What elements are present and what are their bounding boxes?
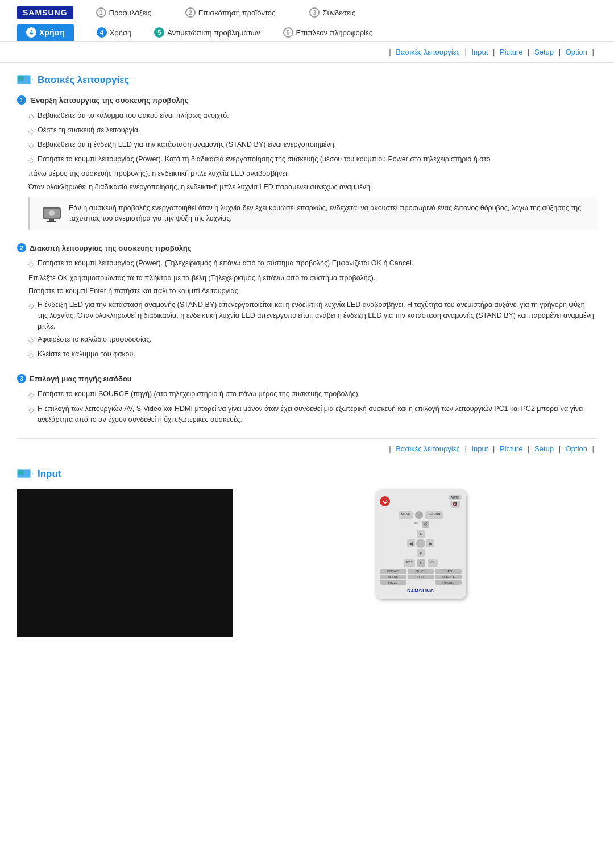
extra-text-1: πάνω μέρος της συσκευής προβολής), η ενδ… xyxy=(17,168,597,179)
diamond-icon: ◇ xyxy=(28,140,34,151)
power-button[interactable]: ⏻ xyxy=(380,496,390,506)
list-item-1-1: ◇ Βεβαιωθείτε ότι το κάλυμμα του φακού ε… xyxy=(17,110,597,122)
remote-container: ⏻ AUTO 🔇 MENU RETURN ≡≡ ↺ xyxy=(244,489,597,637)
bullet-2: 2 xyxy=(17,243,26,252)
list-text-3-2: Η επιλογή των λειτουργιών AV, S-Video κα… xyxy=(38,404,597,425)
psize-button[interactable]: P.SIZE xyxy=(380,580,406,585)
nav-item-6[interactable]: 6 Επιπλέον πληροφορίες xyxy=(283,27,372,38)
quick-button[interactable]: QUICK xyxy=(408,569,434,574)
diamond-icon: ◇ xyxy=(28,111,34,122)
nav-sep5: | xyxy=(559,48,563,56)
auto-button[interactable]: AUTO xyxy=(449,495,462,500)
section2-title: Input xyxy=(17,468,597,480)
video-display xyxy=(17,489,233,637)
up-button[interactable]: ▲ xyxy=(417,530,425,538)
section1-heading: Βασικές λειτουργίες xyxy=(38,74,129,86)
list-item-1-2: ◇ Θέστε τη συσκευή σε λειτουργία. xyxy=(17,125,597,137)
nav-links-bottom: | Βασικές λειτουργίες | Input | Picture … xyxy=(17,438,597,459)
note-text-2-1: Επιλέξτε OK χρησιμοποιώντας τα τα πλήκτρ… xyxy=(17,273,597,284)
input-section-header: Input ⏻ AUTO 🔇 MENU RETURN xyxy=(17,468,597,637)
info-button[interactable]: INFO xyxy=(435,569,462,574)
nav-sep-b2: | xyxy=(464,445,468,453)
subsection2-label: Διακοπή λειτουργίας της συσκευής προβολή… xyxy=(30,244,192,252)
list-text-2-4: Κλείστε το κάλυμμα του φακού. xyxy=(38,349,597,360)
nav-item-2[interactable]: 2 Επισκόπηση προϊόντος xyxy=(185,7,276,18)
subsection-input: 3 Επιλογή μιας πηγής εισόδου ◇ Πατήστε τ… xyxy=(17,374,597,425)
svg-rect-6 xyxy=(49,219,54,221)
list-text-1-1: Βεβαιωθείτε ότι το κάλυμμα του φακού είν… xyxy=(38,110,597,121)
svg-rect-2 xyxy=(18,76,24,81)
section1-icon xyxy=(17,74,33,86)
subsection3-title: 3 Επιλογή μιας πηγής εισόδου xyxy=(17,374,597,383)
nav-num-3: 3 xyxy=(309,7,320,18)
dpad-center[interactable] xyxy=(416,539,425,548)
ok-button[interactable]: ↺ xyxy=(422,521,429,528)
right-button[interactable]: ▶ xyxy=(426,539,434,547)
subsection3-label: Επιλογή μιας πηγής εισόδου xyxy=(30,375,131,383)
left-button[interactable]: ◀ xyxy=(407,539,415,547)
install-button[interactable]: INSTALL xyxy=(380,569,406,574)
nav-item-5[interactable]: 5 Αντιμετώπιση προβλημάτων xyxy=(154,27,260,38)
main-content: Βασικές λειτουργίες 1 Έναρξη λειτουργίας… xyxy=(0,63,614,649)
down-button[interactable]: ▼ xyxy=(417,549,425,557)
nav-link-input[interactable]: Input xyxy=(471,48,488,56)
diamond-icon: ◇ xyxy=(28,126,34,137)
still-button[interactable]: STILL xyxy=(408,575,434,579)
diamond-icon: ◇ xyxy=(28,300,34,312)
nav-link-basic-b[interactable]: Βασικές λειτουργίες xyxy=(396,445,460,453)
nav-num-1: 1 xyxy=(96,7,106,18)
vol-button[interactable]: VOL xyxy=(428,559,438,567)
header-bottom: 4 Χρήση 4 Χρήση 5 Αντιμετώπιση προβλημάτ… xyxy=(17,24,597,41)
nav-link-picture-b[interactable]: Picture xyxy=(500,445,522,453)
return-button[interactable]: RETURN xyxy=(425,511,443,519)
usage-label-left: Χρήση xyxy=(39,28,65,37)
list-item-3-1: ◇ Πατήστε το κουμπί SOURCE (πηγή) (στο τ… xyxy=(17,389,597,401)
diamond-icon: ◇ xyxy=(28,155,34,166)
nav-label-5: Αντιμετώπιση προβλημάτων xyxy=(167,28,260,37)
nav-item-4[interactable]: 4 Χρήση xyxy=(97,27,132,38)
nav-link-picture[interactable]: Picture xyxy=(500,48,522,56)
nav-link-input-b[interactable]: Input xyxy=(471,445,488,453)
nav-sep-b6: | xyxy=(592,445,594,453)
nav-sep4: | xyxy=(528,48,532,56)
extra-text-2: Όταν ολοκληρωθεί η διαδικασία ενεργοποίη… xyxy=(17,182,597,193)
input-content: ⏻ AUTO 🔇 MENU RETURN ≡≡ ↺ xyxy=(17,489,597,637)
diamond-icon: ◇ xyxy=(28,404,34,416)
note-text-2-2: Πατήστε το κουμπί Enter ή πατήστε και πά… xyxy=(17,286,597,297)
nav-link-option[interactable]: Option xyxy=(566,48,587,56)
list-item-2-2: ◇ Η ένδειξη LED για την κατάσταση αναμον… xyxy=(17,300,597,331)
usage-tab-left[interactable]: 4 Χρήση xyxy=(17,24,74,41)
list-text-2-2: Η ένδειξη LED για την κατάσταση αναμονής… xyxy=(38,300,597,331)
nav-item-1[interactable]: 1 Προφυλάξεις xyxy=(96,7,151,18)
nav-sep-b4: | xyxy=(528,445,532,453)
pmode-button[interactable]: P.MODE xyxy=(435,580,462,585)
usage-num-left: 4 xyxy=(26,27,36,38)
nav-link-option-b[interactable]: Option xyxy=(566,445,587,453)
section2-icon xyxy=(17,468,33,480)
mute-button[interactable]: 🔇 xyxy=(450,501,460,508)
source-center[interactable]: ⊙ xyxy=(417,559,425,567)
header: SAMSUNG 1 Προφυλάξεις 2 Επισκόπηση προϊό… xyxy=(0,0,614,42)
nav-link-setup-b[interactable]: Setup xyxy=(534,445,554,453)
menu-button[interactable]: MENU xyxy=(399,511,412,519)
nav-links-top: | Βασικές λειτουργίες | Input | Picture … xyxy=(0,42,614,63)
list-item-2-4: ◇ Κλείστε το κάλυμμα του φακού. xyxy=(17,349,597,361)
nav-label-3: Συνδέσεις xyxy=(322,9,355,17)
nav-sep6: | xyxy=(592,48,594,56)
svg-rect-7 xyxy=(47,221,56,222)
exit-button[interactable]: EXIT xyxy=(404,559,414,567)
nav-sep2: | xyxy=(464,48,468,56)
info-box: Εάν η συσκευή προβολής ενεργοποιηθεί ότα… xyxy=(28,197,597,230)
blank-button[interactable]: BLANK xyxy=(380,575,406,579)
nav-sep3: | xyxy=(493,48,497,56)
list-text-3-1: Πατήστε το κουμπί SOURCE (πηγή) (στο τηλ… xyxy=(38,389,597,400)
return-row: ≡≡ ↺ xyxy=(380,521,462,528)
source-button[interactable]: SOURCE xyxy=(435,575,462,579)
nav-link-basic[interactable]: Βασικές λειτουργίες xyxy=(396,48,460,56)
list-text-2-1: Πατήστε το κουμπί λειτουργίας (Power). (… xyxy=(38,258,597,269)
remote-top-row: ⏻ AUTO 🔇 xyxy=(380,495,462,508)
subsection1-title: 1 Έναρξη λειτουργίας της συσκευής προβολ… xyxy=(17,95,597,105)
nav-item-3[interactable]: 3 Συνδέσεις xyxy=(309,7,355,18)
nav-link-setup[interactable]: Setup xyxy=(534,48,554,56)
list-item-3-2: ◇ Η επιλογή των λειτουργιών AV, S-Video … xyxy=(17,404,597,425)
